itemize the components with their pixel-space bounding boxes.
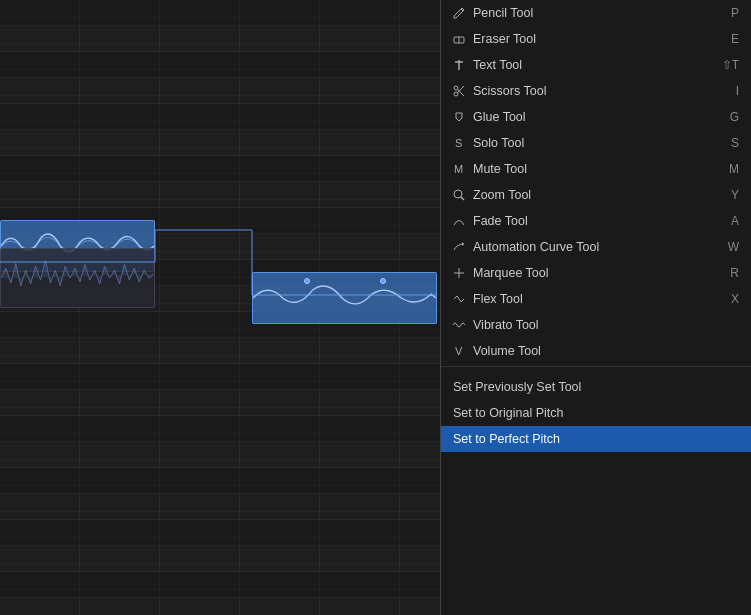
menu-item-solo-tool[interactable]: SSolo ToolS [441,130,751,156]
audio-clip-2[interactable] [0,248,155,308]
daw-row [0,364,440,390]
svg-line-16 [461,197,464,200]
daw-row [0,598,440,615]
daw-row [0,0,440,26]
menu-item-flex-tool[interactable]: Flex ToolX [441,286,751,312]
fade-tool-icon [449,214,469,228]
glue-tool-label: Glue Tool [473,110,730,124]
daw-background [0,0,440,615]
menu-item-set-previously[interactable]: Set Previously Set Tool [441,374,751,400]
pencil-tool-label: Pencil Tool [473,6,731,20]
menu-item-set-perfect-pitch[interactable]: Set to Perfect Pitch [441,426,751,452]
audio-clip-3[interactable] [252,272,437,324]
automation-curve-tool-shortcut: W [728,240,739,254]
daw-row [0,78,440,104]
zoom-tool-label: Zoom Tool [473,188,731,202]
svg-text:S: S [455,137,462,149]
menu-item-mute-tool[interactable]: MMute ToolM [441,156,751,182]
pitch-marker-2[interactable] [380,278,386,284]
text-tool-shortcut: ⇧T [722,58,739,72]
glue-tool-icon [449,110,469,124]
menu-item-scissors-tool[interactable]: Scissors ToolI [441,78,751,104]
eraser-tool-shortcut: E [731,32,739,46]
text-tool-label: Text Tool [473,58,722,72]
eraser-tool-label: Eraser Tool [473,32,731,46]
scissors-tool-icon [449,84,469,98]
scissors-tool-label: Scissors Tool [473,84,736,98]
flex-tool-icon [449,292,469,306]
daw-row [0,156,440,182]
flex-tool-shortcut: X [731,292,739,306]
menu-item-pencil-tool[interactable]: Pencil ToolP [441,0,751,26]
menu-item-glue-tool[interactable]: Glue ToolG [441,104,751,130]
daw-row [0,494,440,520]
mute-tool-label: Mute Tool [473,162,729,176]
volume-tool-icon: V [449,344,469,358]
menu-item-automation-curve-tool[interactable]: Automation Curve ToolW [441,234,751,260]
menu-item-fade-tool[interactable]: Fade ToolA [441,208,751,234]
menu-separator-1 [441,366,751,374]
vibrato-tool-icon [449,318,469,332]
daw-row [0,26,440,52]
text-tool-icon [449,58,469,72]
flex-tool-label: Flex Tool [473,292,731,306]
svg-text:M: M [454,163,463,175]
scissors-tool-shortcut: I [736,84,739,98]
set-original-pitch-label: Set to Original Pitch [453,406,563,420]
daw-row [0,52,440,78]
daw-row [0,104,440,130]
menu-item-zoom-tool[interactable]: Zoom ToolY [441,182,751,208]
svg-marker-17 [462,242,464,246]
menu-item-marquee-tool[interactable]: Marquee ToolR [441,260,751,286]
glue-tool-shortcut: G [730,110,739,124]
set-previously-label: Set Previously Set Tool [453,380,581,394]
set-perfect-pitch-label: Set to Perfect Pitch [453,432,560,446]
daw-row [0,546,440,572]
solo-tool-label: Solo Tool [473,136,731,150]
menu-item-set-original-pitch[interactable]: Set to Original Pitch [441,400,751,426]
daw-row [0,390,440,416]
daw-row [0,338,440,364]
automation-curve-tool-icon [449,240,469,254]
marquee-tool-icon [449,266,469,280]
pencil-tool-icon [449,6,469,20]
svg-point-15 [454,190,462,198]
daw-row [0,468,440,494]
zoom-tool-icon [449,188,469,202]
mute-tool-shortcut: M [729,162,739,176]
marquee-tool-label: Marquee Tool [473,266,730,280]
fade-tool-label: Fade Tool [473,214,731,228]
svg-text:V: V [455,345,463,357]
mute-tool-icon: M [449,162,469,176]
daw-row [0,520,440,546]
daw-row [0,416,440,442]
pencil-tool-shortcut: P [731,6,739,20]
solo-tool-icon: S [449,136,469,150]
daw-row [0,182,440,208]
svg-line-12 [457,89,464,96]
pitch-marker-1[interactable] [304,278,310,284]
menu-item-text-tool[interactable]: Text Tool⇧T [441,52,751,78]
menu-item-volume-tool[interactable]: VVolume Tool [441,338,751,364]
daw-row [0,130,440,156]
fade-tool-shortcut: A [731,214,739,228]
zoom-tool-shortcut: Y [731,188,739,202]
vibrato-tool-label: Vibrato Tool [473,318,739,332]
volume-tool-label: Volume Tool [473,344,739,358]
menu-item-eraser-tool[interactable]: Eraser ToolE [441,26,751,52]
menu-item-vibrato-tool[interactable]: Vibrato Tool [441,312,751,338]
marquee-tool-shortcut: R [730,266,739,280]
solo-tool-shortcut: S [731,136,739,150]
svg-line-11 [457,86,464,93]
automation-curve-tool-label: Automation Curve Tool [473,240,728,254]
bottom-right-panel [441,460,751,615]
daw-row [0,572,440,598]
eraser-tool-icon [449,32,469,46]
daw-row [0,442,440,468]
